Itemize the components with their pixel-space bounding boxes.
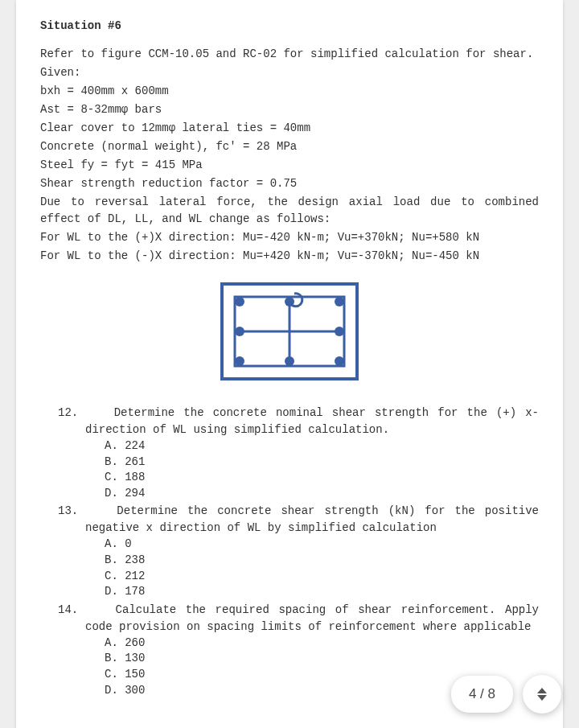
q14-text: Calculate the required spacing of shear … (85, 603, 539, 633)
q12-number: 12. (58, 406, 78, 419)
q13-number: 13. (58, 504, 78, 517)
case-minus-x: For WL to the (-)X direction: Mu=+420 kN… (40, 248, 539, 265)
svg-point-9 (235, 356, 244, 366)
q14-number: 14. (58, 603, 78, 616)
intro-line: Refer to figure CCM-10.05 and RC-02 for … (40, 46, 539, 63)
q13-text: Determine the concrete shear strength (k… (85, 504, 539, 534)
question-13: 13. Determine the concrete shear strengt… (58, 503, 539, 599)
question-12: 12. Determine the concrete nominal shear… (58, 405, 539, 501)
page-indicator: 4 / 8 (451, 676, 513, 713)
svg-point-7 (235, 327, 244, 336)
given-ast: Ast = 8-32mmφ bars (40, 101, 539, 118)
svg-point-4 (235, 297, 244, 306)
q13-options: A. 0 B. 238 C. 212 D. 178 (58, 537, 539, 599)
q12-opt-c: C. 188 (105, 470, 539, 486)
given-cover: Clear cover to 12mmφ lateral ties = 40mm (40, 120, 539, 137)
chevron-down-icon[interactable] (537, 695, 547, 701)
given-steel: Steel fy = fyt = 415 MPa (40, 157, 539, 174)
q12-text: Determine the concrete nominal shear str… (85, 406, 539, 436)
given-concrete: Concrete (normal weight), fc' = 28 MPa (40, 138, 539, 155)
given-shear-factor: Shear strength reduction factor = 0.75 (40, 175, 539, 192)
q13-opt-b: B. 238 (105, 553, 539, 569)
svg-point-11 (335, 356, 344, 366)
given-label: Given: (40, 64, 539, 81)
q12-opt-b: B. 261 (105, 454, 539, 471)
q12-opt-a: A. 224 (105, 438, 539, 454)
q12-opt-d: D. 294 (105, 486, 539, 502)
svg-point-10 (285, 356, 294, 366)
chevron-up-icon[interactable] (537, 688, 547, 693)
q13-opt-c: C. 212 (105, 569, 539, 585)
q14-opt-b: B. 130 (105, 651, 539, 667)
q12-options: A. 224 B. 261 C. 188 D. 294 (58, 438, 539, 501)
q13-opt-d: D. 178 (105, 584, 539, 600)
q13-opt-a: A. 0 (105, 537, 539, 553)
q14-opt-a: A. 260 (105, 635, 539, 652)
questions-block: 12. Determine the concrete nominal shear… (40, 405, 539, 698)
cross-section-figure (40, 279, 539, 384)
pager: 4 / 8 (451, 675, 561, 714)
situation-title: Situation #6 (40, 18, 539, 35)
page-stepper[interactable] (523, 675, 561, 714)
column-section-icon (217, 279, 362, 384)
reversal-text: Due to reversal lateral force, the desig… (40, 194, 539, 228)
svg-point-6 (335, 297, 344, 306)
case-plus-x: For WL to the (+)X direction: Mu=-420 kN… (40, 229, 539, 246)
document-page: Situation #6 Refer to figure CCM-10.05 a… (16, 0, 563, 728)
given-bxh: bxh = 400mm x 600mm (40, 83, 539, 100)
svg-point-8 (335, 327, 344, 336)
